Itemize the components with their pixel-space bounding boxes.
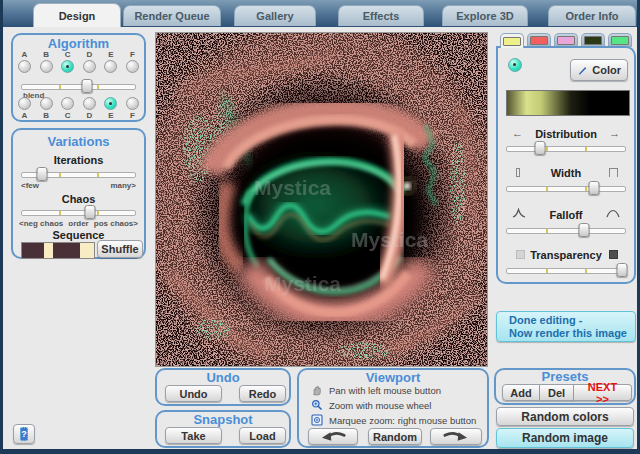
tab-render-queue[interactable]: Render Queue	[123, 5, 221, 26]
tab-effects[interactable]: Effects	[338, 5, 424, 26]
falloff-slider[interactable]	[506, 223, 626, 237]
forward-arrow-icon	[439, 431, 473, 443]
iterations-slider[interactable]	[21, 167, 136, 181]
letter-f: F	[126, 111, 139, 120]
viewport-pan-text: Pan with left mouse button	[329, 385, 441, 396]
redo-button[interactable]: Redo	[239, 385, 286, 402]
palette-tab-1-selected[interactable]	[500, 33, 524, 48]
letter-d: D	[83, 111, 96, 120]
take-snapshot-button[interactable]: Take	[165, 427, 222, 444]
radio-top-d[interactable]	[83, 60, 96, 73]
algorithm-bottom-letters: ABCDEF	[18, 111, 139, 120]
history-back-button[interactable]	[308, 428, 358, 445]
blend-slider-track	[21, 84, 136, 90]
iterations-slider-thumb[interactable]	[36, 167, 47, 181]
viewport-zoom-text: Zoom with mouse wheel	[329, 400, 431, 411]
transparency-slider-track	[506, 268, 626, 274]
distribution-slider-thumb[interactable]	[534, 141, 545, 155]
viewport-marquee-text: Marquee zoom: right mouse button	[329, 415, 476, 426]
help-button[interactable]: ?	[13, 424, 35, 444]
letter-e: E	[104, 111, 117, 120]
letter-f: F	[126, 50, 139, 59]
letter-a: A	[18, 50, 31, 59]
app-window: Design Render Queue Gallery Effects Expl…	[0, 0, 640, 454]
radio-top-b[interactable]	[40, 60, 53, 73]
radio-top-e[interactable]	[104, 60, 117, 73]
transparency-slider[interactable]	[506, 263, 626, 277]
tab-order-info[interactable]: Order Info	[548, 5, 636, 26]
algorithm-title: Algorithm	[13, 36, 144, 51]
color-button[interactable]: Color	[570, 59, 628, 81]
radio-top-c-selected[interactable]	[61, 60, 74, 73]
load-snapshot-button[interactable]: Load	[239, 427, 286, 444]
sequence-swatch-3	[53, 243, 80, 258]
opaque-icon	[609, 250, 618, 259]
tab-gallery[interactable]: Gallery	[234, 5, 316, 26]
random-colors-button[interactable]: Random colors	[496, 407, 634, 426]
tab-design[interactable]: Design	[33, 3, 121, 27]
preset-del-button[interactable]: Del	[540, 384, 574, 401]
presets-panel: Presets Add Del NEXT >>	[494, 368, 636, 405]
radio-bot-f[interactable]	[126, 97, 139, 110]
viewport-panel: Viewport Pan with left mouse button Zoom…	[297, 368, 489, 448]
tab-explore-3d[interactable]: Explore 3D	[442, 5, 528, 26]
viewport-marquee-hint: Marquee zoom: right mouse button	[311, 414, 476, 426]
distribution-slider[interactable]	[506, 141, 626, 155]
random-image-button[interactable]: Random image	[496, 428, 634, 448]
sequence-swatch-4	[80, 243, 94, 258]
palette-swatch-2	[530, 36, 548, 45]
distribution-right-arrow-icon[interactable]: →	[609, 127, 620, 139]
chaos-slider[interactable]	[21, 205, 136, 219]
falloff-slider-thumb[interactable]	[579, 223, 590, 237]
undo-button[interactable]: Undo	[165, 385, 222, 402]
transparency-slider-thumb[interactable]	[617, 263, 628, 277]
radio-top-f[interactable]	[126, 60, 139, 73]
width-slider-thumb[interactable]	[588, 181, 599, 195]
radio-bot-c[interactable]	[61, 97, 74, 110]
radio-bot-a[interactable]	[18, 97, 31, 110]
width-slider[interactable]	[506, 181, 626, 195]
radio-top-a[interactable]	[18, 60, 31, 73]
fractal-viewport[interactable]: Mystica Mystica Mystica	[155, 32, 488, 367]
chaos-slider-thumb[interactable]	[85, 205, 96, 219]
radio-bot-b[interactable]	[40, 97, 53, 110]
viewport-pan-hint: Pan with left mouse button	[311, 384, 441, 396]
sequence-swatch-2	[44, 243, 53, 258]
algorithm-top-radios	[18, 60, 139, 73]
snapshot-panel: Snapshot Take Load	[155, 410, 291, 448]
distribution-slider-track	[506, 146, 626, 152]
palette-tab-4[interactable]	[581, 33, 605, 47]
smooth-falloff-icon	[606, 208, 620, 218]
hand-icon	[311, 384, 323, 396]
shuffle-button[interactable]: Shuffle	[97, 240, 143, 258]
history-forward-button[interactable]	[430, 428, 482, 445]
done-editing-button[interactable]: Done editing - Now render this image	[496, 311, 636, 342]
watermark-text: Mystica	[351, 228, 428, 251]
gradient-bar[interactable]	[506, 90, 630, 116]
palette-swatch-5	[611, 36, 629, 45]
radio-bot-d[interactable]	[83, 97, 96, 110]
blend-slider-thumb[interactable]	[81, 79, 92, 93]
tab-bar: Design Render Queue Gallery Effects Expl…	[0, 0, 640, 27]
algorithm-bottom-radios	[18, 97, 139, 110]
magnifier-icon	[311, 399, 323, 411]
palette-tab-5[interactable]	[608, 33, 632, 47]
watermark-text: Mystica	[264, 272, 341, 295]
iterations-max-label: many>	[110, 181, 136, 190]
letter-a: A	[18, 111, 31, 120]
wide-width-icon	[609, 168, 618, 177]
radio-bot-e-selected[interactable]	[104, 97, 117, 110]
iterations-min-label: <few	[21, 181, 39, 190]
done-editing-line2: Now render this image	[509, 327, 627, 340]
pen-icon	[577, 64, 587, 77]
random-viewport-button[interactable]: Random	[368, 428, 422, 445]
preset-add-button[interactable]: Add	[502, 384, 540, 401]
marquee-zoom-icon	[311, 414, 323, 426]
color-button-label: Color	[592, 64, 621, 76]
color-select-radio[interactable]	[508, 58, 522, 72]
palette-swatch-4	[584, 36, 602, 45]
preset-next-button[interactable]: NEXT >>	[574, 384, 632, 401]
palette-tab-2[interactable]	[527, 33, 551, 47]
palette-swatch-3	[557, 36, 575, 45]
palette-tab-3[interactable]	[554, 33, 578, 47]
